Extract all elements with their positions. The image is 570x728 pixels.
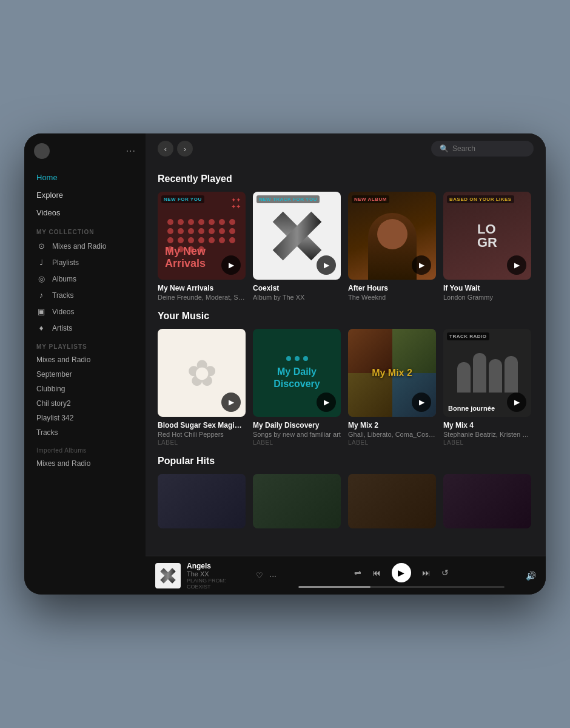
sidebar-header: ··· [24, 141, 146, 169]
shuffle-button[interactable]: ⇌ [354, 568, 361, 578]
playlist-item-mixes-radio[interactable]: Mixes and Radio [24, 352, 146, 367]
collection-item-albums[interactable]: ◎ Albums [24, 271, 146, 287]
card-daily-discovery[interactable]: My DailyDiscovery ▶ My Daily Discovery S… [253, 329, 341, 446]
sidebar: ··· Home Explore Videos MY COLLECTION ⊙ … [24, 133, 146, 595]
popular-card-1[interactable] [158, 474, 246, 528]
card-sub-rhcp: Red Hot Chili Peppers [158, 431, 246, 438]
card-thumb-coexist: NEW TRACK FOR YOU ▶ [253, 192, 341, 280]
heart-button[interactable]: ♡ [256, 571, 263, 580]
playlist-item-september[interactable]: September [24, 367, 146, 382]
imported-section-label: Imported Albums [24, 440, 146, 456]
play-button-after-hours[interactable]: ▶ [412, 255, 431, 275]
prev-button[interactable]: ⏮ [372, 568, 381, 578]
artists-icon: ♦ [36, 323, 46, 332]
volume-control: 🔊 [526, 571, 536, 581]
playlist-item-tracks[interactable]: Tracks [24, 425, 146, 440]
search-input[interactable] [452, 144, 525, 153]
mymix4-main-label: Bonne journée [448, 405, 495, 412]
sidebar-item-home[interactable]: Home [24, 169, 146, 186]
play-button-if-you-wait[interactable]: ▶ [507, 255, 526, 275]
sidebar-item-videos-top[interactable]: Videos [24, 204, 146, 221]
collection-item-artists[interactable]: ♦ Artists [24, 320, 146, 336]
card-badge-after-hours: NEW ALBUM [352, 195, 389, 203]
grammy-art-text: LOGR [477, 223, 497, 249]
card-sub-if-you-wait: London Grammy [443, 294, 531, 301]
playlist-item-clubbing[interactable]: Clubbing [24, 382, 146, 396]
playlists-section-label: MY PLAYLISTS [24, 336, 146, 352]
play-button-daily[interactable]: ▶ [317, 393, 336, 412]
collection-item-mixes[interactable]: ⊙ Mixes and Radio [24, 238, 146, 254]
next-button[interactable]: ⏭ [422, 568, 431, 578]
card-badge-mymix4: Track Radio [447, 332, 489, 340]
playlist-item-chil-story2[interactable]: Chil story2 [24, 396, 146, 411]
play-button-mymix4[interactable]: ▶ [507, 393, 526, 412]
now-playing-info: Angels The XX PLAING FROM: COEXIST [187, 562, 250, 590]
card-title-after-hours: After Hours [348, 284, 436, 292]
card-my-mix-2[interactable]: My Mix 2 ▶ My Mix 2 Ghali, Liberato, Com… [348, 329, 436, 446]
weeknd-face [377, 219, 407, 249]
coexist-x-art [270, 209, 324, 263]
avatar [34, 143, 50, 159]
albums-icon: ◎ [36, 274, 46, 283]
card-title-mymix4: My Mix 4 [443, 421, 531, 430]
app-window: ··· Home Explore Videos MY COLLECTION ⊙ … [24, 133, 546, 595]
card-sub-daily: Songs by new and familiar art [253, 431, 341, 438]
person2 [473, 353, 486, 393]
card-thumb-mymix4: Track Radio Bonne journée ▶ [443, 329, 531, 417]
popular-card-3[interactable] [348, 474, 436, 528]
card-thumb-rhcp: ✿ ▶ [158, 329, 246, 417]
playlist-item-playlist342[interactable]: Playlist 342 [24, 411, 146, 425]
back-button[interactable]: ‹ [158, 141, 173, 157]
collection-item-tracks[interactable]: ♪ Tracks [24, 287, 146, 303]
card-sub-after-hours: The Weeknd [348, 294, 436, 301]
volume-icon[interactable]: 🔊 [526, 571, 536, 581]
mixes-icon: ⊙ [36, 241, 46, 251]
now-playing-artist: The XX [187, 570, 250, 578]
card-title-mymix2: My Mix 2 [348, 421, 436, 430]
player-bar: Angels The XX PLAING FROM: COEXIST ♡ ···… [146, 556, 546, 595]
now-playing-source: PLAING FROM: COEXIST [187, 578, 250, 590]
card-title-new-arrivals: My New Arrivals [158, 284, 246, 292]
play-pause-button[interactable]: ▶ [392, 563, 411, 582]
card-rhcp[interactable]: ✿ ▶ Blood Sugar Sex Magik (Delux Red Hot… [158, 329, 246, 446]
card-if-you-wait[interactable]: LOGR BASED ON YOUR LIKES ▶ If You Wait L… [443, 192, 531, 301]
daily-art-text: My DailyDiscovery [273, 366, 320, 389]
repeat-button[interactable]: ↺ [441, 568, 449, 578]
forward-button[interactable]: › [177, 141, 193, 157]
card-label-daily: LABEL [253, 439, 341, 446]
more-options-button[interactable]: ··· [269, 571, 277, 581]
corner-decoration: ✦✦✦✦ [231, 197, 241, 210]
card-badge-if-you-wait: BASED ON YOUR LIKES [447, 195, 514, 203]
card-after-hours[interactable]: NEW ALBUM ▶ After Hours The Weeknd [348, 192, 436, 301]
control-buttons: ⇌ ⏮ ▶ ⏭ ↺ [354, 563, 449, 582]
popular-card-2[interactable] [253, 474, 341, 528]
progress-bar[interactable] [298, 586, 505, 588]
popular-hits-title: Popular Hits [158, 456, 534, 467]
collection-item-playlists[interactable]: ♩ Playlists [24, 254, 146, 271]
now-playing-thumb [155, 563, 181, 588]
popular-card-4[interactable] [443, 474, 531, 528]
more-menu-button[interactable]: ··· [126, 146, 136, 157]
card-sub-mymix4: Stephanie Beatriz, Kristen Bel [443, 431, 531, 438]
collection-section-label: MY COLLECTION [24, 221, 146, 238]
collection-item-videos[interactable]: ▣ Videos [24, 303, 146, 320]
daily-dots-decoration [286, 356, 308, 361]
sidebar-item-explore[interactable]: Explore [24, 186, 146, 204]
play-button-coexist[interactable]: ▶ [317, 255, 336, 275]
now-playing-art [159, 567, 176, 584]
weeknd-art-figure [368, 213, 417, 280]
play-button-new-arrivals[interactable]: ▶ [221, 255, 241, 275]
card-badge-coexist: NEW TRACK FOR YOU [256, 195, 320, 203]
search-box[interactable]: 🔍 [431, 141, 534, 157]
card-title-coexist: Coexist [253, 284, 341, 292]
play-button-rhcp[interactable]: ▶ [221, 393, 241, 412]
imported-item-mixes-radio[interactable]: Mixes and Radio [24, 456, 146, 471]
person3 [489, 359, 502, 393]
now-playing-title: Angels [187, 562, 250, 570]
card-coexist[interactable]: NEW TRACK FOR YOU ▶ Coexist Album by The… [253, 192, 341, 301]
card-thumb-if-you-wait: LOGR BASED ON YOUR LIKES ▶ [443, 192, 531, 280]
card-sub-coexist: Album by The XX [253, 294, 341, 301]
card-new-arrivals[interactable]: My NewArrivals ✦✦✦✦ NEW FOR YOU ▶ My New… [158, 192, 246, 301]
play-button-mymix2[interactable]: ▶ [412, 393, 431, 412]
card-my-mix-4[interactable]: Track Radio Bonne journée ▶ My Mix 4 Ste… [443, 329, 531, 446]
